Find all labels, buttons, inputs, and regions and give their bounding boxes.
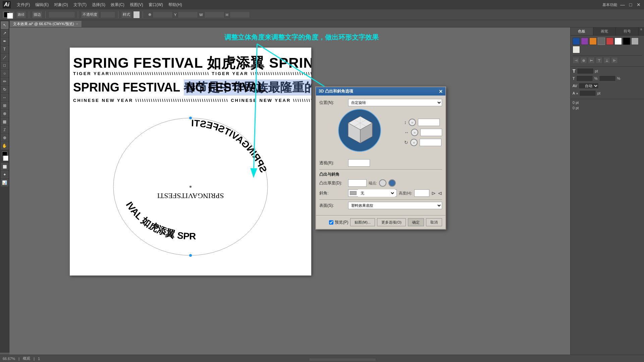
rect-tool[interactable]: □ [1, 62, 8, 69]
blend-tool[interactable]: ⊗ [1, 110, 8, 117]
angle3-row: ↻ ○ -178° [404, 139, 442, 146]
scale-h-input[interactable]: 100% [576, 75, 593, 81]
height-input[interactable]: 4 pt [414, 189, 429, 197]
line-tool[interactable]: ／ [1, 54, 8, 61]
scale-v-input[interactable]: 100% [599, 75, 616, 81]
menu-object[interactable]: 对象(O) [52, 1, 70, 8]
coord-y[interactable]: 29.9931 [178, 11, 198, 18]
tab-close-btn[interactable]: × [76, 22, 78, 26]
brush-tool[interactable]: ✏ [1, 78, 8, 85]
coord-w[interactable]: 23.3951 [204, 11, 224, 18]
circle-svg: SPRINGAVITSFESTI IVAL 如虎添翼 SPR SPRINGAVI… [103, 113, 278, 260]
cancel-btn[interactable]: 取消 [426, 218, 442, 226]
more-btn[interactable]: 更多选项(O) [377, 218, 406, 226]
h-scrollbar[interactable] [309, 358, 376, 361]
window-maximize[interactable]: □ [628, 2, 633, 7]
angle2-dial[interactable]: ○ [411, 129, 418, 136]
menu-file[interactable]: 文件(F) [15, 1, 32, 8]
swatch-blue[interactable] [573, 38, 580, 45]
selection-tool[interactable]: ↖ [1, 21, 8, 29]
menu-view[interactable]: 视图(V) [128, 1, 145, 8]
scale-tool[interactable]: ⊞ [1, 102, 8, 109]
cap-btn1[interactable] [379, 179, 386, 187]
align-right[interactable]: ⊢ [588, 57, 595, 64]
menu-select[interactable]: 选择(S) [90, 1, 107, 8]
font-size-input[interactable]: 12 pt [577, 68, 594, 74]
angle1-dial[interactable]: ○ [409, 119, 416, 126]
panel-tab-symbols[interactable]: 符号 [616, 27, 639, 35]
menu-edit[interactable]: 编辑(E) [33, 1, 51, 8]
reflect-tool[interactable]: ↔ [1, 94, 8, 101]
style-swatch[interactable] [133, 11, 140, 18]
tool-mode[interactable]: 路径 [16, 11, 26, 18]
stroke-style-input[interactable]: 基本 [48, 11, 75, 18]
swatch-gray[interactable] [631, 38, 639, 45]
preview-checkbox[interactable] [329, 220, 333, 225]
surface-select[interactable]: 塑料效果底纹 [348, 202, 442, 209]
column-graph[interactable]: 📊 [1, 179, 8, 186]
canvas-area[interactable]: 调整立体角度来调整文字的角度，做出环形文字效果 SPRING FESTIVAL … [9, 27, 570, 355]
tracking-select[interactable]: 自动 [579, 83, 599, 89]
bevel-outside-btn[interactable]: ⊳ [431, 190, 436, 196]
symbol-sprayer[interactable]: ✦ [1, 171, 8, 178]
angle3-dial[interactable]: ○ [410, 139, 418, 146]
angle2-input[interactable]: 0° [420, 129, 442, 136]
panel-menu-btn[interactable]: ≡ [639, 27, 644, 35]
align-left[interactable]: ⊣ [573, 57, 579, 64]
extrude-depth-input[interactable]: 50 pt [348, 179, 367, 187]
swatch-light[interactable] [573, 46, 580, 53]
perspective-input[interactable]: 0° [348, 159, 370, 167]
pen-tool[interactable]: ✒ [1, 38, 8, 45]
menu-help[interactable]: 帮助(H) [166, 1, 184, 8]
swatch-white[interactable] [614, 38, 622, 45]
stroke-row1: 0 pt [573, 101, 642, 105]
swatch-purple[interactable] [581, 38, 588, 45]
swatch-red[interactable] [606, 38, 613, 45]
text-tool[interactable]: T [1, 46, 8, 53]
menu-text[interactable]: 文字(T) [71, 1, 89, 8]
tool-draw-mode[interactable]: 描边 [32, 11, 43, 18]
swatch-gear[interactable] [598, 38, 605, 45]
hand-tool[interactable]: ✋ [1, 142, 8, 149]
panel-tab-swatches[interactable]: 色板 [571, 27, 593, 35]
ok-btn[interactable]: 确定 [408, 218, 424, 226]
coord-h[interactable]: 23.3351 [230, 11, 250, 18]
bevel-inside-btn[interactable]: ⊲ [438, 190, 442, 196]
eyedropper-tool[interactable]: 𝓘 [1, 126, 8, 133]
zoom-tool[interactable]: ⊕ [1, 134, 8, 141]
angle1-input[interactable]: 113° [418, 119, 440, 126]
align-center-v[interactable]: ⊥ [603, 57, 610, 64]
align-top[interactable]: ⊤ [596, 57, 602, 64]
dialog-close-btn[interactable]: ✕ [439, 89, 443, 94]
preview-checkbox-label[interactable]: 预览(P) [329, 218, 348, 226]
artboard-label: 概观 [23, 356, 30, 361]
tool-stroke-color[interactable] [2, 11, 15, 18]
align-bottom[interactable]: ⊩ [611, 57, 618, 64]
menu-effect[interactable]: 效果(C) [109, 1, 126, 8]
opacity-input[interactable]: 100% [100, 11, 115, 18]
align-center-h[interactable]: ⊜ [580, 57, 587, 64]
position-select[interactable]: 自定旋转 [348, 99, 442, 106]
map-btn[interactable]: 贴图(M)... [350, 218, 375, 226]
window-minimize[interactable]: — [620, 2, 625, 7]
angle3-input[interactable]: -178° [420, 139, 441, 146]
cap-btn2[interactable] [388, 179, 396, 187]
panel-tab-brushes[interactable]: 画笔 [593, 27, 616, 35]
gradient-tool[interactable]: ▦ [1, 118, 8, 125]
document-tab[interactable]: 文本效果.ai* @ 66.67% (CMYK/预览) × [9, 20, 82, 27]
scale-v-unit: % [617, 76, 621, 80]
rotate-tool[interactable]: ↻ [1, 86, 8, 93]
menu-window[interactable]: 窗口(W) [147, 1, 165, 8]
cube-preview[interactable] [338, 109, 382, 153]
swatch-black[interactable] [623, 38, 630, 45]
coord-x[interactable]: 26.6704 [153, 11, 173, 18]
baseline-input[interactable]: 0 [579, 90, 596, 96]
window-close[interactable]: ✕ [636, 2, 641, 7]
ellipse-tool[interactable]: ○ [1, 70, 8, 77]
bevel-select[interactable]: 无 [358, 189, 395, 197]
swatch-orange[interactable] [589, 38, 597, 45]
bg-color[interactable] [3, 156, 8, 161]
direct-selection-tool[interactable]: ↗ [1, 29, 8, 37]
dialog-title-bar[interactable]: 3D 凸出和斜角选项 ✕ [316, 87, 445, 96]
fill-mode[interactable]: ⬜ [1, 163, 8, 170]
